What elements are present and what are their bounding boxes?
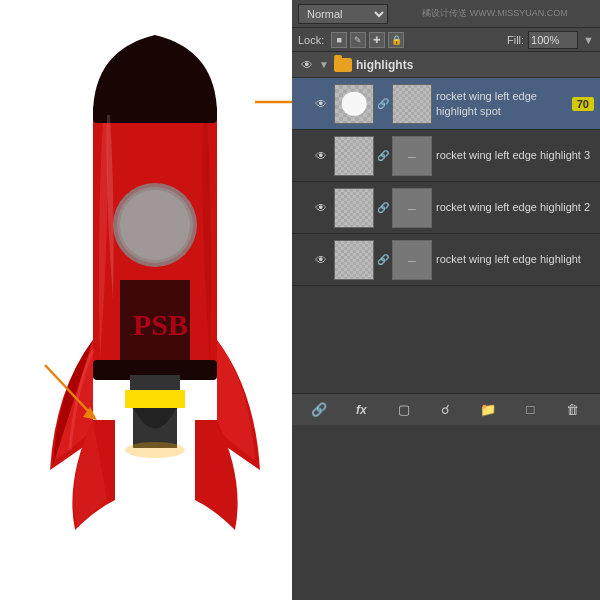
watermark: 橘设计传送 WWW.MISSYUAN.COM xyxy=(396,7,594,20)
layer-4-visibility[interactable]: 👁 xyxy=(312,251,330,269)
group-highlights-row[interactable]: 👁 ▼ highlights xyxy=(292,52,600,78)
layer-3-thumbnail xyxy=(334,188,374,228)
layer-2-chain-icon: 🔗 xyxy=(378,151,388,161)
canvas-area: PSB xyxy=(0,0,310,600)
layer-1-mask-thumb xyxy=(392,84,432,124)
layer-1-name: rocket wing left edge highlight spot xyxy=(436,89,568,118)
delete-layer-button[interactable]: 🗑 xyxy=(562,399,584,421)
layer-2-thumbnail xyxy=(334,136,374,176)
rocket-illustration: PSB xyxy=(25,20,285,580)
svg-point-8 xyxy=(120,190,190,260)
lock-all-button[interactable]: 🔒 xyxy=(388,32,404,48)
fx-button[interactable]: fx xyxy=(350,399,372,421)
link-layers-button[interactable]: 🔗 xyxy=(308,399,330,421)
group-visibility-toggle[interactable]: 👁 xyxy=(298,56,316,74)
layer-1-thumbnail xyxy=(334,84,374,124)
layer-4-name: rocket wing left edge highlight xyxy=(436,252,594,266)
layers-panel: Normal 橘设计传送 WWW.MISSYUAN.COM Lock: ■ ✎ … xyxy=(292,0,600,600)
layer-4-thumbnail xyxy=(334,240,374,280)
lock-pixels-button[interactable]: ■ xyxy=(331,32,347,48)
layer-3-chain-icon: 🔗 xyxy=(378,203,388,213)
group-expand-arrow[interactable]: ▼ xyxy=(318,59,330,71)
group-name: highlights xyxy=(356,58,413,72)
lock-icons: ■ ✎ ✚ 🔒 xyxy=(331,32,404,48)
group-folder-icon xyxy=(334,58,352,72)
lock-fill-row: Lock: ■ ✎ ✚ 🔒 Fill: ▼ xyxy=(292,28,600,52)
blend-mode-select[interactable]: Normal xyxy=(298,4,388,24)
fill-input[interactable] xyxy=(528,31,578,49)
layer-row[interactable]: 👁 🔗 – rocket wing left edge highlight xyxy=(292,234,600,286)
layer-2-visibility[interactable]: 👁 xyxy=(312,147,330,165)
panel-topbar: Normal 橘设计传送 WWW.MISSYUAN.COM xyxy=(292,0,600,28)
layer-1-badge: 70 xyxy=(572,97,594,111)
layer-2-name: rocket wing left edge highlight 3 xyxy=(436,148,594,162)
new-layer-button[interactable]: □ xyxy=(520,399,542,421)
lock-artboard-button[interactable]: ✚ xyxy=(369,32,385,48)
svg-point-13 xyxy=(93,102,217,118)
layer-1-chain-icon: 🔗 xyxy=(378,99,388,109)
layer-4-chain-icon: 🔗 xyxy=(378,255,388,265)
fill-arrow-icon[interactable]: ▼ xyxy=(583,34,594,46)
layer-3-name: rocket wing left edge highlight 2 xyxy=(436,200,594,214)
svg-line-16 xyxy=(45,365,90,413)
layer-row[interactable]: 👁 🔗 – rocket wing left edge highlight 3 xyxy=(292,130,600,182)
layer-row[interactable]: 👁 🔗 rocket wing left edge highlight spot… xyxy=(292,78,600,130)
adjustment-button[interactable]: ☌ xyxy=(435,399,457,421)
layer-row[interactable]: 👁 🔗 – rocket wing left edge highlight 2 xyxy=(292,182,600,234)
panel-bottombar: 🔗 fx ▢ ☌ 📁 □ 🗑 xyxy=(292,393,600,425)
layer-3-visibility[interactable]: 👁 xyxy=(312,199,330,217)
layer-3-mask-thumb: – xyxy=(392,188,432,228)
layer-1-visibility[interactable]: 👁 xyxy=(312,95,330,113)
bottom-annotation-arrow xyxy=(35,355,125,425)
layer-2-mask-thumb: – xyxy=(392,136,432,176)
mask-button[interactable]: ▢ xyxy=(393,399,415,421)
fill-label: Fill: xyxy=(507,34,524,46)
group-button[interactable]: 📁 xyxy=(477,399,499,421)
svg-rect-10 xyxy=(125,390,185,408)
svg-text:PSB: PSB xyxy=(133,308,188,341)
layer-4-mask-thumb: – xyxy=(392,240,432,280)
lock-position-button[interactable]: ✎ xyxy=(350,32,366,48)
lock-label: Lock: xyxy=(298,34,324,46)
svg-point-12 xyxy=(125,442,185,458)
